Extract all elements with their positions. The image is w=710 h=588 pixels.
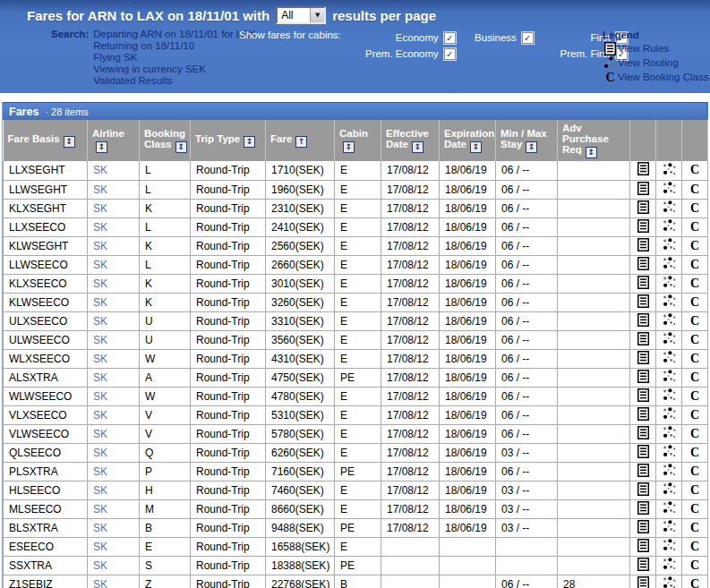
sort-toggle-icon[interactable]: ↕ — [586, 147, 597, 158]
view-rules-button[interactable] — [630, 556, 656, 575]
view-rules-button[interactable] — [630, 293, 656, 311]
view-rules-button[interactable] — [630, 368, 656, 387]
view-routing-button[interactable] — [656, 556, 682, 575]
view-booking-class-button[interactable]: C — [682, 349, 708, 368]
view-rules-button[interactable] — [630, 180, 656, 199]
view-booking-class-button[interactable]: C — [682, 387, 708, 405]
airline-link[interactable]: SK — [93, 541, 107, 553]
view-booking-class-button[interactable]: C — [682, 368, 708, 387]
sort-ascending-icon[interactable]: ↑ — [295, 136, 307, 148]
view-rules-button[interactable] — [630, 481, 656, 499]
column-header-trip-type[interactable]: Trip Type↕ — [191, 120, 266, 161]
view-routing-button[interactable] — [656, 387, 682, 405]
view-routing-button[interactable] — [656, 349, 682, 368]
view-rules-button[interactable] — [630, 311, 656, 330]
view-routing-button[interactable] — [656, 311, 682, 330]
view-rules-button[interactable] — [630, 236, 656, 255]
view-booking-class-button[interactable]: C — [682, 405, 708, 424]
airline-link[interactable]: SK — [93, 277, 107, 290]
view-routing-button[interactable] — [656, 274, 682, 293]
view-rules-button[interactable] — [630, 575, 656, 588]
view-routing-button[interactable] — [656, 518, 682, 537]
airline-link[interactable]: SK — [93, 259, 107, 271]
view-booking-class-button[interactable]: C — [682, 537, 708, 556]
view-booking-class-button[interactable]: C — [682, 424, 708, 443]
view-rules-button[interactable] — [630, 518, 656, 537]
airline-link[interactable]: SK — [93, 202, 107, 215]
view-booking-class-button[interactable]: C — [682, 293, 708, 311]
column-header-adv-purchase-req[interactable]: Adv Purchase Req↕ — [558, 120, 630, 161]
airline-link[interactable]: SK — [93, 371, 107, 384]
view-rules-button[interactable] — [630, 424, 656, 443]
view-rules-button[interactable] — [630, 199, 656, 217]
airline-link[interactable]: SK — [93, 578, 107, 588]
view-rules-button[interactable] — [630, 499, 656, 518]
airline-link[interactable]: SK — [93, 428, 107, 440]
airline-link[interactable]: SK — [93, 390, 107, 403]
sort-toggle-icon[interactable]: ↕ — [244, 136, 255, 148]
view-booking-class-button[interactable]: C — [682, 443, 708, 462]
column-header-airline[interactable]: Airline↕ — [88, 120, 140, 161]
view-rules-button[interactable] — [630, 405, 656, 424]
view-routing-button[interactable] — [656, 255, 682, 274]
view-booking-class-button[interactable]: C — [682, 255, 708, 274]
cabin-checkbox-prem-economy[interactable]: ✓ — [444, 48, 456, 60]
view-booking-class-button[interactable]: C — [682, 462, 708, 481]
view-routing-button[interactable] — [656, 443, 682, 462]
sort-toggle-icon[interactable]: ↕ — [343, 141, 355, 153]
sort-toggle-icon[interactable]: ↕ — [412, 141, 423, 153]
column-header-min-max-stay[interactable]: Min / Max Stay↕ — [496, 120, 558, 161]
view-rules-button[interactable] — [630, 443, 656, 462]
column-header-cabin[interactable]: Cabin↕ — [335, 120, 381, 161]
airline-link[interactable]: SK — [93, 353, 107, 365]
sort-toggle-icon[interactable]: ↕ — [470, 141, 482, 153]
view-rules-button[interactable] — [630, 349, 656, 368]
view-routing-button[interactable] — [656, 217, 682, 236]
view-booking-class-button[interactable]: C — [682, 481, 708, 499]
airline-link[interactable]: SK — [93, 559, 107, 572]
view-booking-class-button[interactable]: C — [682, 274, 708, 293]
sort-toggle-icon[interactable]: ↕ — [526, 141, 537, 153]
view-routing-button[interactable] — [656, 293, 682, 311]
view-routing-button[interactable] — [656, 462, 682, 481]
view-routing-button[interactable] — [656, 180, 682, 199]
view-routing-button[interactable] — [656, 499, 682, 518]
view-routing-button[interactable] — [656, 481, 682, 499]
column-header-fare-basis[interactable]: Fare Basis↕ — [4, 120, 88, 161]
view-rules-button[interactable] — [630, 387, 656, 405]
view-rules-button[interactable] — [630, 161, 656, 180]
airline-link[interactable]: SK — [93, 522, 107, 534]
view-booking-class-button[interactable]: C — [682, 236, 708, 255]
view-routing-button[interactable] — [656, 161, 682, 180]
sort-toggle-icon[interactable]: ↕ — [64, 136, 75, 148]
view-booking-class-button[interactable]: C — [682, 217, 708, 236]
view-booking-class-button[interactable]: C — [682, 311, 708, 330]
airline-link[interactable]: SK — [93, 296, 107, 309]
view-routing-button[interactable] — [656, 199, 682, 217]
column-header-effective-date[interactable]: Effective Date↕ — [381, 120, 440, 161]
column-header-expiration-date[interactable]: Expiration Date↕ — [440, 120, 496, 161]
select-dropdown-arrow-icon[interactable]: ▼ — [310, 8, 324, 22]
view-rules-button[interactable] — [630, 274, 656, 293]
view-routing-button[interactable] — [656, 330, 682, 349]
airline-link[interactable]: SK — [93, 409, 107, 422]
column-header-fare[interactable]: Fare↑ — [266, 120, 335, 161]
view-booking-class-button[interactable]: C — [682, 499, 708, 518]
sort-toggle-icon[interactable]: ↕ — [175, 141, 187, 153]
view-routing-button[interactable] — [656, 368, 682, 387]
airline-link[interactable]: SK — [93, 447, 107, 459]
view-booking-class-button[interactable]: C — [682, 556, 708, 575]
view-rules-button[interactable] — [630, 537, 656, 556]
view-routing-button[interactable] — [656, 405, 682, 424]
view-routing-button[interactable] — [656, 537, 682, 556]
view-routing-button[interactable] — [656, 236, 682, 255]
view-routing-button[interactable] — [656, 575, 682, 588]
airline-link[interactable]: SK — [93, 503, 107, 516]
results-per-page-select[interactable]: All ▼ — [276, 6, 326, 24]
view-booking-class-button[interactable]: C — [682, 199, 708, 217]
column-header-booking-class[interactable]: Booking Class↕ — [140, 120, 191, 161]
view-booking-class-button[interactable]: C — [682, 518, 708, 537]
view-booking-class-button[interactable]: C — [682, 161, 708, 180]
cabin-checkbox-economy[interactable]: ✓ — [444, 32, 456, 44]
view-rules-button[interactable] — [630, 462, 656, 481]
